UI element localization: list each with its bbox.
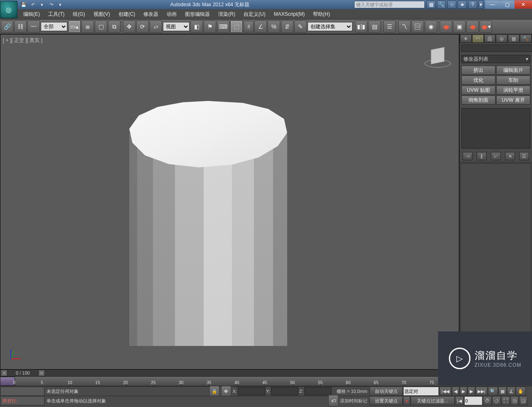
application-button[interactable]: ◎ <box>0 1 17 18</box>
rotate-icon[interactable]: ⟳ <box>136 20 149 33</box>
configure-sets-icon[interactable]: ☰ <box>519 152 529 160</box>
script-mini-input[interactable]: 所在行: <box>0 396 44 405</box>
modifier-stack[interactable] <box>461 108 530 149</box>
move-icon[interactable]: ✥ <box>123 20 135 33</box>
remove-modifier-icon[interactable]: ✕ <box>505 152 515 160</box>
snap-toggle-icon[interactable]: ⬚ <box>230 20 243 33</box>
mod-turbosmooth-button[interactable]: 涡轮平滑 <box>496 86 530 95</box>
align-icon[interactable]: ▤ <box>368 20 381 33</box>
menu-create[interactable]: 创建(C) <box>114 10 140 19</box>
object-name-input[interactable] <box>461 44 532 52</box>
pin-stack-icon[interactable]: ⊣ <box>463 152 473 160</box>
script-mini-output[interactable] <box>0 387 44 396</box>
spinner-snap-icon[interactable]: ⇵ <box>281 20 293 33</box>
menu-maxscript[interactable]: MAXScript(M) <box>270 10 309 18</box>
menu-views[interactable]: 视图(V) <box>89 10 114 19</box>
viewport-label[interactable]: [ + ][ 正交 ][ 真实 ] <box>3 37 42 44</box>
mod-uvwunwrap-button[interactable]: UVW 展开 <box>496 96 530 105</box>
tab-modify-icon[interactable]: ◠ <box>472 34 484 43</box>
mod-lathe-button[interactable]: 车削 <box>496 76 530 85</box>
tab-create-icon[interactable]: ✳ <box>460 34 472 43</box>
tab-motion-icon[interactable]: ◎ <box>496 34 507 43</box>
setkey-button[interactable]: 设置关键点 <box>369 396 403 405</box>
nav-pan-icon[interactable]: ✋ <box>516 387 526 396</box>
render-icon[interactable]: 🫖 <box>466 20 479 33</box>
redo-dropdown-icon[interactable]: ▾ <box>57 1 64 8</box>
time-config-icon[interactable]: ⏱ <box>483 396 492 405</box>
y-input[interactable] <box>271 387 298 395</box>
menu-tools[interactable]: 工具(T) <box>44 10 69 19</box>
viewport[interactable]: [ + ][ 正交 ][ 真实 ] <box>0 34 459 370</box>
ic-grid-icon[interactable]: ▦ <box>426 0 436 9</box>
nav-fov-icon[interactable]: ∡ <box>507 387 515 396</box>
timetag-label[interactable]: 添加时间标记 <box>340 398 367 404</box>
make-unique-icon[interactable]: ⩗ <box>491 152 501 160</box>
viewcube[interactable] <box>423 41 452 70</box>
select-object-icon[interactable]: ▭▴ <box>68 20 81 33</box>
nav-zoomall-icon[interactable]: ▦ <box>498 387 507 396</box>
help-search[interactable] <box>354 1 425 8</box>
scale-icon[interactable]: ▱ <box>150 20 162 33</box>
menu-edit[interactable]: 编辑(E) <box>19 10 44 19</box>
menu-group[interactable]: 组(G) <box>69 10 89 19</box>
x-input[interactable] <box>238 387 265 395</box>
bind-spacewarp-icon[interactable]: 〰 <box>27 20 40 33</box>
ic-star-icon[interactable]: ☆ <box>447 0 456 9</box>
pivot-center-icon[interactable]: ◧ <box>190 20 203 33</box>
ic-help-icon[interactable]: ? <box>468 0 477 9</box>
frame-input[interactable] <box>464 396 483 405</box>
snap-3-icon[interactable]: 3 <box>244 21 254 32</box>
save-file-icon[interactable]: 💾 <box>20 1 27 8</box>
render-setup-icon[interactable]: 🫖 <box>440 20 452 33</box>
isolate-icon[interactable]: ✥ <box>221 385 231 397</box>
prev-frame-icon[interactable]: ◀ <box>452 387 459 396</box>
render-prod-icon[interactable]: 🫖▾ <box>480 20 492 33</box>
undo-icon[interactable]: ↶ <box>29 1 37 8</box>
select-by-name-icon[interactable]: ≣ <box>81 20 94 33</box>
ref-coord-dropdown[interactable]: 视图 <box>163 22 190 31</box>
lock-selection-icon[interactable]: 🔒 <box>209 385 219 397</box>
track-scroll-left-icon[interactable]: < <box>1 370 7 376</box>
mirror-icon[interactable]: ▮|▮ <box>355 20 367 33</box>
timetag-icon[interactable]: 🏷 <box>328 395 338 407</box>
material-editor-icon[interactable]: ◉ <box>425 20 437 33</box>
key-mode-icon[interactable]: |◀ <box>455 396 464 405</box>
selection-filter-dropdown[interactable]: 全部 <box>41 22 67 31</box>
mod-editpatch-button[interactable]: 编辑面片 <box>496 66 530 75</box>
menu-modifiers[interactable]: 修改器 <box>139 10 163 19</box>
mod-uvwmap-button[interactable]: UVW 贴图 <box>461 86 495 95</box>
tab-hierarchy-icon[interactable]: 品 <box>484 34 496 43</box>
percent-snap-icon[interactable]: % <box>268 20 280 33</box>
next-frame-icon[interactable]: ▶ <box>468 387 475 396</box>
named-selection-dropdown[interactable]: 创建选择集 <box>308 22 352 31</box>
help-search-input[interactable] <box>354 1 425 8</box>
curve-editor-icon[interactable]: 〽 <box>398 20 411 33</box>
schematic-view-icon[interactable]: ⿳ <box>411 20 424 33</box>
edit-named-sel-icon[interactable]: ✎ <box>294 20 307 33</box>
cylinder-object[interactable] <box>129 101 287 350</box>
undo-dropdown-icon[interactable]: ▾ <box>38 1 46 8</box>
play-icon[interactable]: ▶ <box>460 387 467 396</box>
mod-bevelprofile-button[interactable]: 倒角剖面 <box>461 96 495 105</box>
menu-rendering[interactable]: 渲染(R) <box>214 10 239 19</box>
select-rect-icon[interactable]: ▢ <box>95 20 107 33</box>
track-scroll-right-icon[interactable]: > <box>38 370 45 376</box>
menu-grapheditors[interactable]: 图形编辑器 <box>181 10 214 19</box>
tab-display-icon[interactable]: ▥ <box>508 34 520 43</box>
key-filter-button[interactable]: 关键点过滤器... <box>411 396 455 405</box>
nav-walk-icon[interactable]: ◳ <box>510 396 519 405</box>
autokey-button[interactable]: 自动关键点 <box>369 387 403 396</box>
ic-tool-icon[interactable]: 🔧 <box>437 0 446 9</box>
nav-extra-icon[interactable]: ◲ <box>519 396 527 405</box>
key-filter-dd-input[interactable] <box>403 387 439 396</box>
mod-extrude-button[interactable]: 挤出 <box>461 66 495 75</box>
ic-fav-icon[interactable]: ★ <box>458 0 467 9</box>
ic-help-dd-icon[interactable]: ▾ <box>478 0 483 9</box>
menu-animation[interactable]: 动画 <box>163 10 181 19</box>
minimize-button[interactable]: — <box>485 0 500 9</box>
keyboard-shortcut-icon[interactable]: ⌨ <box>217 20 229 33</box>
setkey-icon[interactable]: ● <box>403 396 410 405</box>
window-crossing-icon[interactable]: ⧉ <box>108 20 121 33</box>
angle-snap-icon[interactable]: ∠ <box>254 20 267 33</box>
maximize-button[interactable]: ▢ <box>500 0 514 9</box>
